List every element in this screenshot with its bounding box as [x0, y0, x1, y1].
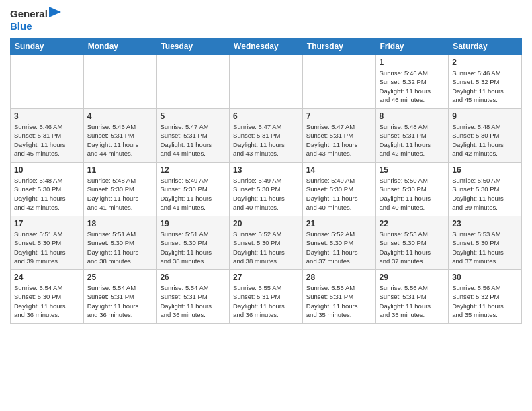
calendar-cell: 10Sunrise: 5:48 AMSunset: 5:30 PMDayligh…	[11, 163, 84, 216]
calendar-header-row: SundayMondayTuesdayWednesdayThursdayFrid…	[11, 38, 522, 55]
calendar-cell: 14Sunrise: 5:49 AMSunset: 5:30 PMDayligh…	[302, 163, 375, 216]
svg-marker-0	[49, 7, 61, 17]
logo-text: General Blue	[10, 7, 61, 32]
day-number: 18	[87, 219, 153, 228]
calendar-cell: 5Sunrise: 5:47 AMSunset: 5:31 PMDaylight…	[157, 109, 230, 163]
day-number: 27	[233, 273, 299, 282]
week-row-1: 1Sunrise: 5:46 AMSunset: 5:32 PMDaylight…	[11, 55, 522, 109]
day-number: 3	[14, 111, 80, 121]
day-info: Sunrise: 5:46 AMSunset: 5:32 PMDaylight:…	[452, 68, 518, 104]
day-info: Sunrise: 5:53 AMSunset: 5:30 PMDaylight:…	[452, 230, 518, 265]
day-number: 2	[452, 58, 518, 67]
weekday-header-wednesday: Wednesday	[230, 38, 303, 55]
week-row-5: 24Sunrise: 5:54 AMSunset: 5:30 PMDayligh…	[11, 270, 522, 324]
day-info: Sunrise: 5:48 AMSunset: 5:30 PMDaylight:…	[452, 122, 518, 158]
day-info: Sunrise: 5:54 AMSunset: 5:31 PMDaylight:…	[160, 283, 226, 319]
calendar-cell: 1Sunrise: 5:46 AMSunset: 5:32 PMDaylight…	[375, 55, 449, 109]
day-number: 13	[233, 165, 299, 175]
calendar-cell: 7Sunrise: 5:47 AMSunset: 5:31 PMDaylight…	[302, 109, 375, 163]
day-number: 9	[452, 111, 518, 121]
day-number: 7	[306, 111, 372, 121]
calendar-cell: 9Sunrise: 5:48 AMSunset: 5:30 PMDaylight…	[449, 109, 522, 163]
day-info: Sunrise: 5:52 AMSunset: 5:30 PMDaylight:…	[233, 230, 299, 265]
day-number: 24	[14, 273, 80, 282]
weekday-header-monday: Monday	[83, 38, 157, 55]
calendar-cell: 4Sunrise: 5:46 AMSunset: 5:31 PMDaylight…	[83, 109, 157, 163]
day-info: Sunrise: 5:53 AMSunset: 5:30 PMDaylight:…	[380, 230, 445, 265]
day-number: 25	[87, 273, 153, 282]
day-number: 5	[160, 111, 226, 121]
day-info: Sunrise: 5:51 AMSunset: 5:30 PMDaylight:…	[160, 230, 226, 265]
day-number: 22	[380, 219, 445, 228]
day-info: Sunrise: 5:50 AMSunset: 5:30 PMDaylight:…	[380, 176, 445, 212]
week-row-3: 10Sunrise: 5:48 AMSunset: 5:30 PMDayligh…	[11, 163, 522, 216]
day-info: Sunrise: 5:54 AMSunset: 5:30 PMDaylight:…	[14, 283, 80, 319]
day-info: Sunrise: 5:46 AMSunset: 5:31 PMDaylight:…	[87, 122, 153, 158]
logo: General Blue	[10, 7, 61, 32]
day-number: 1	[380, 58, 445, 67]
calendar-cell: 24Sunrise: 5:54 AMSunset: 5:30 PMDayligh…	[11, 270, 84, 324]
calendar-cell	[302, 55, 375, 109]
day-info: Sunrise: 5:49 AMSunset: 5:30 PMDaylight:…	[233, 176, 299, 212]
calendar-cell: 27Sunrise: 5:55 AMSunset: 5:31 PMDayligh…	[230, 270, 303, 324]
calendar-cell: 8Sunrise: 5:48 AMSunset: 5:31 PMDaylight…	[375, 109, 449, 163]
calendar-cell: 15Sunrise: 5:50 AMSunset: 5:30 PMDayligh…	[375, 163, 449, 216]
header: General Blue	[10, 7, 522, 32]
calendar-cell	[157, 55, 230, 109]
day-info: Sunrise: 5:56 AMSunset: 5:31 PMDaylight:…	[380, 283, 445, 319]
day-info: Sunrise: 5:47 AMSunset: 5:31 PMDaylight:…	[306, 122, 372, 158]
day-number: 23	[452, 219, 518, 228]
day-number: 21	[306, 219, 372, 228]
calendar-table: SundayMondayTuesdayWednesdayThursdayFrid…	[10, 38, 522, 324]
day-number: 6	[233, 111, 299, 121]
day-info: Sunrise: 5:52 AMSunset: 5:30 PMDaylight:…	[306, 230, 372, 265]
calendar-cell: 6Sunrise: 5:47 AMSunset: 5:31 PMDaylight…	[230, 109, 303, 163]
calendar-cell: 11Sunrise: 5:48 AMSunset: 5:30 PMDayligh…	[83, 163, 157, 216]
calendar-cell: 26Sunrise: 5:54 AMSunset: 5:31 PMDayligh…	[157, 270, 230, 324]
day-info: Sunrise: 5:46 AMSunset: 5:31 PMDaylight:…	[14, 122, 80, 158]
day-number: 10	[14, 165, 80, 175]
day-number: 30	[452, 273, 518, 282]
day-info: Sunrise: 5:46 AMSunset: 5:32 PMDaylight:…	[380, 68, 445, 104]
day-info: Sunrise: 5:55 AMSunset: 5:31 PMDaylight:…	[233, 283, 299, 319]
weekday-header-tuesday: Tuesday	[157, 38, 230, 55]
week-row-4: 17Sunrise: 5:51 AMSunset: 5:30 PMDayligh…	[11, 216, 522, 270]
calendar-cell: 17Sunrise: 5:51 AMSunset: 5:30 PMDayligh…	[11, 216, 84, 270]
day-info: Sunrise: 5:51 AMSunset: 5:30 PMDaylight:…	[87, 230, 153, 265]
calendar-cell: 13Sunrise: 5:49 AMSunset: 5:30 PMDayligh…	[230, 163, 303, 216]
calendar-cell: 29Sunrise: 5:56 AMSunset: 5:31 PMDayligh…	[375, 270, 449, 324]
weekday-header-saturday: Saturday	[449, 38, 522, 55]
day-info: Sunrise: 5:50 AMSunset: 5:30 PMDaylight:…	[452, 176, 518, 212]
day-number: 28	[306, 273, 372, 282]
day-number: 11	[87, 165, 153, 175]
calendar-cell	[11, 55, 84, 109]
day-info: Sunrise: 5:54 AMSunset: 5:31 PMDaylight:…	[87, 283, 153, 319]
calendar-cell: 16Sunrise: 5:50 AMSunset: 5:30 PMDayligh…	[449, 163, 522, 216]
calendar-cell: 30Sunrise: 5:56 AMSunset: 5:32 PMDayligh…	[449, 270, 522, 324]
day-info: Sunrise: 5:49 AMSunset: 5:30 PMDaylight:…	[160, 176, 226, 212]
calendar-cell: 23Sunrise: 5:53 AMSunset: 5:30 PMDayligh…	[449, 216, 522, 270]
day-info: Sunrise: 5:48 AMSunset: 5:31 PMDaylight:…	[380, 122, 445, 158]
week-row-2: 3Sunrise: 5:46 AMSunset: 5:31 PMDaylight…	[11, 109, 522, 163]
day-number: 15	[380, 165, 445, 175]
calendar-cell: 3Sunrise: 5:46 AMSunset: 5:31 PMDaylight…	[11, 109, 84, 163]
day-info: Sunrise: 5:49 AMSunset: 5:30 PMDaylight:…	[306, 176, 372, 212]
page: General Blue SundayMondayTuesdayWednesda…	[0, 0, 532, 330]
day-number: 20	[233, 219, 299, 228]
day-number: 17	[14, 219, 80, 228]
day-info: Sunrise: 5:56 AMSunset: 5:32 PMDaylight:…	[452, 283, 518, 319]
calendar-cell: 18Sunrise: 5:51 AMSunset: 5:30 PMDayligh…	[83, 216, 157, 270]
weekday-header-thursday: Thursday	[302, 38, 375, 55]
calendar-cell: 22Sunrise: 5:53 AMSunset: 5:30 PMDayligh…	[375, 216, 449, 270]
day-number: 4	[87, 111, 153, 121]
day-number: 29	[380, 273, 445, 282]
day-info: Sunrise: 5:47 AMSunset: 5:31 PMDaylight:…	[233, 122, 299, 158]
day-number: 8	[380, 111, 445, 121]
calendar-cell: 28Sunrise: 5:55 AMSunset: 5:31 PMDayligh…	[302, 270, 375, 324]
calendar-cell: 19Sunrise: 5:51 AMSunset: 5:30 PMDayligh…	[157, 216, 230, 270]
day-number: 14	[306, 165, 372, 175]
day-info: Sunrise: 5:48 AMSunset: 5:30 PMDaylight:…	[14, 176, 80, 212]
calendar-cell: 20Sunrise: 5:52 AMSunset: 5:30 PMDayligh…	[230, 216, 303, 270]
day-number: 26	[160, 273, 226, 282]
day-info: Sunrise: 5:55 AMSunset: 5:31 PMDaylight:…	[306, 283, 372, 319]
